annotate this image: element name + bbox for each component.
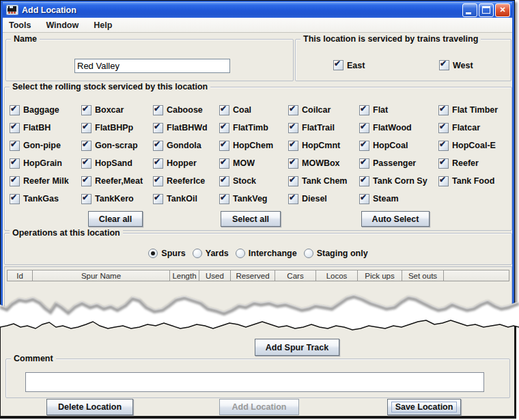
checkbox-flattrail[interactable]: ✔ FlatTrail: [288, 123, 359, 133]
column-header-used[interactable]: Used: [199, 270, 231, 281]
checkbox-reefer-meat[interactable]: ✔ Reefer,Meat: [81, 176, 153, 186]
checkbox-icon[interactable]: ✔: [288, 141, 298, 151]
column-header-spur-name[interactable]: Spur Name: [32, 270, 170, 281]
checkbox-diesel[interactable]: ✔ Diesel: [288, 194, 359, 204]
checkbox-tank-chem[interactable]: ✔ Tank Chem: [288, 176, 359, 186]
title-bar[interactable]: Add Location ✕: [3, 2, 512, 18]
checkbox-coilcar[interactable]: ✔ Coilcar: [288, 105, 359, 115]
checkbox-icon[interactable]: ✔: [153, 105, 163, 115]
radio-spurs[interactable]: Spurs: [148, 249, 185, 258]
checkbox-stock[interactable]: ✔ Stock: [219, 176, 288, 186]
auto-select-button[interactable]: Auto Select: [361, 211, 430, 227]
radio-icon[interactable]: [193, 249, 202, 258]
checkbox-flatbh[interactable]: ✔ FlatBH: [10, 123, 81, 133]
checkbox-caboose[interactable]: ✔ Caboose: [153, 105, 219, 115]
checkbox-icon[interactable]: ✔: [438, 158, 449, 169]
close-button[interactable]: ✕: [495, 3, 510, 17]
checkbox-icon[interactable]: ✔: [359, 194, 369, 204]
checkbox-icon[interactable]: ✔: [288, 105, 298, 115]
column-header-reserved[interactable]: Reserved: [230, 270, 275, 281]
menu-help[interactable]: Help: [94, 20, 112, 30]
comment-input[interactable]: [25, 372, 484, 392]
checkbox-tankveg[interactable]: ✔ TankVeg: [219, 194, 288, 204]
checkbox-gon-pipe[interactable]: ✔ Gon-pipe: [10, 141, 81, 151]
checkbox-icon[interactable]: ✔: [10, 158, 20, 169]
checkbox-icon[interactable]: ✔: [153, 141, 163, 151]
checkbox-hopcoal-e[interactable]: ✔ HopCoal-E: [438, 141, 509, 151]
location-name-input[interactable]: [74, 59, 230, 73]
checkbox-icon[interactable]: ✔: [359, 176, 369, 186]
checkbox-baggage[interactable]: ✔ Baggage: [10, 105, 81, 115]
checkbox-icon[interactable]: ✔: [153, 158, 163, 169]
checkbox-hopper[interactable]: ✔ Hopper: [153, 158, 219, 169]
checkbox-icon[interactable]: ✔: [219, 176, 229, 186]
checkbox-tankoil[interactable]: ✔ TankOil: [153, 194, 219, 204]
checkbox-icon[interactable]: ✔: [10, 194, 20, 204]
column-header-pick-ups[interactable]: Pick ups: [357, 270, 402, 281]
checkbox-flatbhpp[interactable]: ✔ FlatBHPp: [81, 123, 153, 133]
checkbox-icon[interactable]: ✔: [153, 176, 163, 186]
checkbox-icon[interactable]: ✔: [81, 105, 92, 115]
checkbox-tankkero[interactable]: ✔ TankKero: [81, 194, 153, 204]
checkbox-flat[interactable]: ✔ Flat: [359, 105, 438, 115]
checkbox-reefer-milk[interactable]: ✔ Reefer Milk: [10, 176, 81, 186]
checkbox-passenger[interactable]: ✔ Passenger: [359, 158, 438, 169]
checkbox-gondola[interactable]: ✔ Gondola: [153, 141, 219, 151]
checkbox-mowbox[interactable]: ✔ MOWBox: [288, 158, 359, 169]
checkbox-hopgrain[interactable]: ✔ HopGrain: [10, 158, 81, 169]
checkbox-coal[interactable]: ✔ Coal: [219, 105, 288, 115]
column-header-set-outs[interactable]: Set outs: [402, 270, 444, 281]
checkbox-icon[interactable]: ✔: [219, 105, 229, 115]
checkbox-icon[interactable]: ✔: [359, 141, 369, 151]
checkbox-icon[interactable]: ✔: [438, 105, 449, 115]
checkbox-gon-scrap[interactable]: ✔ Gon-scrap: [81, 141, 153, 151]
checkbox-icon[interactable]: ✔: [438, 141, 449, 151]
select-all-button[interactable]: Select all: [221, 211, 281, 227]
checkbox-icon[interactable]: ✔: [359, 158, 369, 169]
checkbox-icon[interactable]: ✔: [81, 123, 92, 133]
radio-yards[interactable]: Yards: [193, 249, 229, 258]
checkbox-reeferice[interactable]: ✔ ReeferIce: [153, 176, 219, 186]
menu-tools[interactable]: Tools: [9, 20, 31, 30]
column-header-length[interactable]: Length: [169, 270, 199, 281]
checkbox-icon[interactable]: ✔: [439, 60, 449, 70]
checkbox-flattimb[interactable]: ✔ FlatTimb: [219, 123, 288, 133]
checkbox-icon[interactable]: ✔: [288, 158, 298, 169]
checkbox-icon[interactable]: ✔: [438, 123, 449, 133]
checkbox-steam[interactable]: ✔ Steam: [359, 194, 438, 204]
save-location-button[interactable]: Save Location: [387, 399, 461, 415]
checkbox-icon[interactable]: ✔: [81, 158, 92, 169]
checkbox-hopchem[interactable]: ✔ HopChem: [219, 141, 288, 151]
checkbox-icon[interactable]: ✔: [219, 123, 229, 133]
checkbox-icon[interactable]: ✔: [81, 141, 92, 151]
checkbox-hopsand[interactable]: ✔ HopSand: [81, 158, 153, 169]
checkbox-hopcoal[interactable]: ✔ HopCoal: [359, 141, 438, 151]
column-header-locos[interactable]: Locos: [315, 270, 358, 281]
checkbox-boxcar[interactable]: ✔ Boxcar: [81, 105, 153, 115]
checkbox-flat-timber[interactable]: ✔ Flat Timber: [438, 105, 509, 115]
checkbox-icon[interactable]: ✔: [219, 194, 229, 204]
checkbox-east[interactable]: ✔ East: [333, 60, 365, 70]
maximize-button[interactable]: [479, 3, 494, 17]
radio-staging-only[interactable]: Staging only: [304, 249, 368, 258]
checkbox-mow[interactable]: ✔ MOW: [219, 158, 288, 169]
checkbox-tank-food[interactable]: ✔ Tank Food: [438, 176, 509, 186]
checkbox-icon[interactable]: ✔: [81, 176, 92, 186]
checkbox-icon[interactable]: ✔: [438, 176, 449, 186]
checkbox-flatcar[interactable]: ✔ Flatcar: [438, 123, 509, 133]
checkbox-icon[interactable]: ✔: [10, 176, 20, 186]
checkbox-tank-corn-sy[interactable]: ✔ Tank Corn Sy: [359, 176, 438, 186]
checkbox-icon[interactable]: ✔: [288, 194, 298, 204]
checkbox-icon[interactable]: ✔: [10, 141, 20, 151]
checkbox-reefer[interactable]: ✔ Reefer: [438, 158, 509, 169]
checkbox-icon[interactable]: ✔: [288, 176, 298, 186]
checkbox-icon[interactable]: ✔: [153, 123, 163, 133]
checkbox-icon[interactable]: ✔: [81, 194, 92, 204]
checkbox-icon[interactable]: ✔: [10, 105, 20, 115]
checkbox-icon[interactable]: ✔: [359, 105, 369, 115]
checkbox-hopcmnt[interactable]: ✔ HopCmnt: [288, 141, 359, 151]
checkbox-icon[interactable]: ✔: [219, 158, 229, 169]
radio-icon[interactable]: [304, 249, 313, 258]
checkbox-flatbhwd[interactable]: ✔ FlatBHWd: [153, 123, 219, 133]
minimize-button[interactable]: [462, 3, 477, 17]
